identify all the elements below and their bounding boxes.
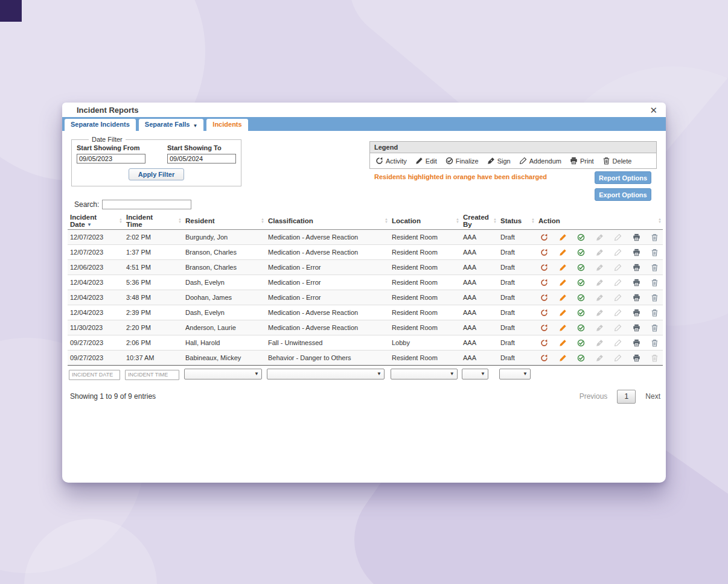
cell-status: Draft <box>498 275 536 290</box>
finalize-icon[interactable] <box>577 339 585 347</box>
search-input[interactable] <box>102 200 191 209</box>
sort-icons <box>531 218 535 224</box>
cell-action <box>536 260 663 275</box>
cell-incident-time: 2:02 PM <box>124 230 183 245</box>
page-1-button[interactable]: 1 <box>617 390 636 404</box>
finalize-icon[interactable] <box>577 309 585 317</box>
cell-status: Draft <box>498 290 536 305</box>
created-by-filter-select[interactable] <box>462 370 488 380</box>
location-filter-select[interactable] <box>391 370 457 380</box>
edit-icon[interactable] <box>559 294 567 302</box>
corner-accent <box>0 0 22 22</box>
date-filter-legend: Date Filter <box>89 136 126 143</box>
delete-icon[interactable] <box>651 249 659 256</box>
delete-icon[interactable] <box>651 324 659 332</box>
sign-icon <box>596 294 604 302</box>
edit-icon[interactable] <box>559 279 567 287</box>
close-button[interactable]: ✕ <box>650 106 657 115</box>
incident-time-filter-input[interactable] <box>125 370 179 380</box>
cell-created-by: AAA <box>461 335 498 351</box>
sign-icon <box>487 157 495 165</box>
cell-classification: Medication - Adverse Reaction <box>266 245 389 260</box>
cell-action <box>536 290 663 305</box>
activity-icon[interactable] <box>540 279 548 287</box>
classification-filter-select[interactable] <box>267 370 384 380</box>
column-header-incident-date[interactable]: Incident Date▼ <box>68 212 124 230</box>
edit-icon[interactable] <box>559 264 567 271</box>
delete-icon[interactable] <box>651 309 659 317</box>
tab-separate-falls[interactable]: Separate Falls ▼ <box>139 119 204 131</box>
print-icon[interactable] <box>633 309 640 317</box>
edit-icon[interactable] <box>559 233 567 241</box>
addendum-icon <box>614 324 622 332</box>
status-filter-select[interactable] <box>500 370 530 380</box>
delete-icon[interactable] <box>651 279 659 287</box>
print-icon[interactable] <box>633 354 640 362</box>
previous-button: Previous <box>580 392 608 401</box>
finalize-icon[interactable] <box>577 324 585 332</box>
finalize-icon <box>445 157 453 165</box>
cell-created-by: AAA <box>461 320 498 335</box>
tab-incidents[interactable]: Incidents <box>206 119 247 131</box>
column-header-action[interactable]: Action <box>536 212 663 230</box>
edit-icon[interactable] <box>559 339 567 347</box>
print-icon[interactable] <box>633 279 640 287</box>
column-header-classification[interactable]: Classification <box>266 212 389 230</box>
finalize-icon[interactable] <box>577 294 585 302</box>
column-header-incident-time[interactable]: Incident Time <box>124 212 183 230</box>
legend-item-sign: Sign <box>487 157 511 165</box>
tab-dropdown-caret-icon[interactable]: ▼ <box>193 124 197 129</box>
print-icon[interactable] <box>633 249 640 256</box>
cell-incident-time: 4:51 PM <box>124 260 183 275</box>
print-icon[interactable] <box>633 324 640 332</box>
incident-date-filter-input[interactable] <box>69 370 120 380</box>
start-showing-from-input[interactable] <box>77 154 145 163</box>
print-icon[interactable] <box>633 294 640 302</box>
delete-icon[interactable] <box>651 294 659 302</box>
finalize-icon[interactable] <box>577 264 585 271</box>
finalize-icon[interactable] <box>577 249 585 256</box>
tab-separate-incidents[interactable]: Separate Incidents <box>65 119 136 131</box>
export-options-button[interactable]: Export Options <box>595 188 651 201</box>
delete-icon[interactable] <box>651 233 659 241</box>
resident-filter-select[interactable] <box>185 370 261 380</box>
activity-icon[interactable] <box>540 354 548 362</box>
print-icon[interactable] <box>633 339 640 347</box>
activity-icon[interactable] <box>540 233 548 241</box>
edit-icon[interactable] <box>559 324 567 332</box>
finalize-icon[interactable] <box>577 354 585 362</box>
print-icon[interactable] <box>633 264 640 271</box>
finalize-icon[interactable] <box>577 233 585 241</box>
column-header-location[interactable]: Location <box>389 212 461 230</box>
edit-icon[interactable] <box>559 354 567 362</box>
delete-icon[interactable] <box>651 339 659 347</box>
column-header-resident[interactable]: Resident <box>183 212 266 230</box>
cell-incident-time: 3:48 PM <box>124 290 183 305</box>
column-header-status[interactable]: Status <box>498 212 536 230</box>
start-showing-to-input[interactable] <box>167 154 236 163</box>
activity-icon[interactable] <box>540 309 548 317</box>
cell-action <box>536 230 663 245</box>
apply-filter-button[interactable]: Apply Filter <box>129 168 185 180</box>
delete-icon[interactable] <box>651 264 659 271</box>
edit-icon[interactable] <box>559 309 567 317</box>
activity-icon[interactable] <box>540 339 548 347</box>
print-icon[interactable] <box>633 233 640 241</box>
activity-icon[interactable] <box>540 264 548 271</box>
sign-icon <box>596 279 604 287</box>
report-options-button[interactable]: Report Options <box>595 171 651 184</box>
finalize-icon[interactable] <box>577 279 585 287</box>
column-header-created-by[interactable]: Created By <box>461 212 498 230</box>
cell-status: Draft <box>498 260 536 275</box>
cell-location: Resident Room <box>389 230 461 245</box>
activity-icon[interactable] <box>540 324 548 332</box>
addendum-icon <box>519 157 527 165</box>
legend-item-activity: Activity <box>375 157 407 165</box>
edit-icon[interactable] <box>559 249 567 256</box>
activity-icon[interactable] <box>540 294 548 302</box>
next-button[interactable]: Next <box>645 392 660 401</box>
activity-icon[interactable] <box>540 249 548 256</box>
cell-resident: Dash, Evelyn <box>183 305 266 320</box>
table-footer: Showing 1 to 9 of 9 entries Previous 1 N… <box>68 390 663 404</box>
search-row: Search: <box>74 200 662 209</box>
